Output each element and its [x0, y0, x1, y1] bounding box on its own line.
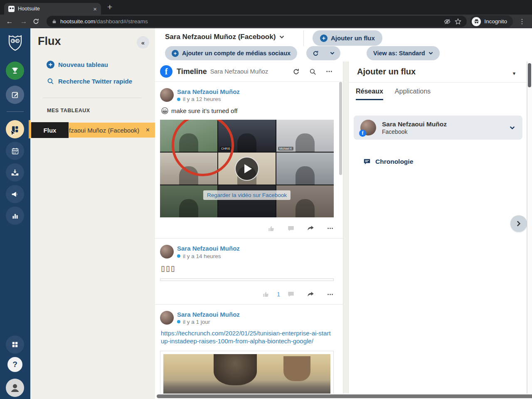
social-account-card[interactable]: f Sara Nefzaoui Muñoz Facebook: [354, 116, 522, 140]
divider: [349, 82, 527, 83]
next-page-button[interactable]: [510, 215, 527, 232]
status-dot: [177, 320, 180, 323]
facebook-timeline-stream: f Timeline Sara Nefzaoui Muñoz: [155, 62, 343, 394]
comment-icon[interactable]: [287, 291, 295, 298]
mouse-cursor: [9, 129, 17, 138]
collapse-add-panel-button[interactable]: ▾: [508, 67, 520, 79]
reload-icon[interactable]: [32, 18, 43, 25]
rail-item-inbox[interactable]: [6, 163, 24, 182]
rail-item-analytics[interactable]: [6, 207, 24, 225]
eye-off-icon[interactable]: [443, 18, 451, 25]
rail-item-help[interactable]: ?: [7, 357, 22, 372]
timeline-bubble-icon: [363, 158, 371, 165]
grinning-emoji-icon: [161, 107, 169, 115]
link-preview-image: [163, 354, 330, 394]
new-board-button[interactable]: Nouveau tableau: [47, 61, 108, 69]
like-icon[interactable]: [268, 225, 275, 232]
browser-tab[interactable]: Hootsuite ×: [4, 3, 101, 15]
profile-avatar-icon: [9, 382, 21, 394]
add-stream-button[interactable]: Ajouter un flux: [313, 30, 382, 46]
post-author-link[interactable]: Sara Nefzaoui Muñoz: [177, 88, 240, 95]
video-player[interactable]: CHRIS Michael K Regarder la vidéo sur Fa…: [160, 120, 334, 217]
add-social-account-button[interactable]: Ajouter un compte de médias sociaux: [165, 46, 297, 60]
board-title-dropdown[interactable]: Sara Nefzaoui Muñoz (Facebook): [165, 33, 284, 41]
refresh-streams-button[interactable]: [306, 46, 340, 60]
forward-icon[interactable]: →: [18, 17, 29, 26]
stream-header: f Timeline Sara Nefzaoui Muñoz: [155, 62, 343, 82]
watch-on-facebook-link[interactable]: Regarder la vidéo sur Facebook: [203, 190, 291, 200]
my-boards-heading: MES TABLEAUX: [47, 108, 90, 113]
stream-subtitle: Sara Nefzaoui Muñoz: [210, 68, 268, 75]
close-board-icon[interactable]: ×: [146, 126, 150, 134]
post-timestamp: il y a 1 jour: [183, 319, 210, 325]
facebook-badge-icon: f: [359, 130, 366, 137]
share-icon[interactable]: [307, 224, 315, 232]
rail-item-profile[interactable]: [6, 379, 24, 397]
browser-tabstrip: Hootsuite × +: [0, 0, 532, 15]
media-placeholder: [160, 278, 334, 281]
browser-menu-icon[interactable]: ⋮: [516, 17, 528, 25]
tab-applications[interactable]: Applications: [395, 88, 431, 100]
quick-twitter-search-button[interactable]: Recherche Twitter rapide: [47, 77, 132, 85]
calendar-icon: [11, 147, 20, 155]
incognito-badge: Incognito: [470, 15, 513, 27]
post-text: ▯▯▯: [161, 264, 176, 273]
rail-item-planner[interactable]: [6, 142, 24, 160]
rail-item-apps[interactable]: [6, 335, 24, 354]
refresh-icon: [312, 50, 319, 57]
main-area: Sara Nefzaoui Muñoz (Facebook) Ajouter u…: [155, 28, 532, 399]
post-author-link[interactable]: Sara Nefzaoui Muñoz: [177, 245, 240, 252]
search-stream-icon[interactable]: [309, 68, 317, 76]
facebook-icon: f: [160, 65, 172, 78]
back-icon[interactable]: ←: [4, 17, 15, 26]
share-icon[interactable]: [307, 291, 315, 298]
post-options-icon[interactable]: [327, 291, 334, 298]
new-tab-button[interactable]: +: [107, 2, 112, 12]
board-content: f Timeline Sara Nefzaoui Muñoz: [155, 62, 532, 394]
address-bar[interactable]: hootsuite.com/dashboard#/streams: [47, 16, 467, 27]
inbox-icon: [10, 168, 20, 177]
post-avatar[interactable]: [160, 245, 174, 259]
quick-search-label: Recherche Twitter rapide: [58, 78, 132, 85]
post: Sara Nefzaoui Muñoz il y a 14 heures ▯▯▯…: [155, 239, 343, 304]
add-panel-tabs: Réseaux Applications: [356, 88, 431, 100]
rail-item-compose[interactable]: [6, 86, 24, 104]
play-button[interactable]: [235, 157, 259, 181]
stream-type-chronologie[interactable]: Chronologie: [363, 158, 413, 165]
bookmark-star-icon[interactable]: [454, 18, 462, 25]
view-as-button[interactable]: View as: Standard: [367, 46, 440, 60]
refresh-stream-icon[interactable]: [292, 68, 300, 76]
post-options-icon[interactable]: [327, 225, 334, 232]
lock-icon: [52, 19, 57, 24]
stream-title: Timeline: [177, 67, 207, 76]
like-count[interactable]: 1: [277, 291, 280, 298]
post-author-link[interactable]: Sara Nefzaoui Muñoz: [177, 311, 240, 318]
chevron-down-icon[interactable]: [510, 126, 515, 130]
nav-rail: ?: [0, 28, 30, 399]
vertical-scrollbar[interactable]: [528, 63, 531, 87]
incognito-icon: [472, 17, 481, 26]
stream-scrollbar[interactable]: [339, 82, 342, 175]
hootsuite-favicon-icon: [8, 6, 15, 12]
stream-options-icon[interactable]: [325, 68, 333, 75]
rail-item-achievements[interactable]: [6, 62, 24, 80]
post-avatar[interactable]: [160, 311, 174, 325]
like-icon[interactable]: [262, 291, 270, 298]
plus-icon: [47, 61, 54, 69]
collapse-panel-button[interactable]: «: [137, 36, 149, 49]
comment-icon[interactable]: [287, 225, 295, 232]
add-stream-panel-title: Ajouter un flux: [357, 67, 416, 76]
post-link[interactable]: https://techcrunch.com/2022/01/25/tunisi…: [161, 329, 334, 345]
rail-item-amplify[interactable]: [6, 185, 24, 203]
post-timestamp: il y a 12 heures: [183, 96, 221, 102]
post-avatar[interactable]: [160, 88, 174, 102]
rail-divider: [7, 111, 24, 112]
horizontal-scrollbar[interactable]: [157, 394, 532, 398]
trophy-icon: [10, 66, 20, 75]
tab-close-icon[interactable]: ×: [93, 6, 97, 12]
browser-toolbar: ← → hootsuite.com/dashboard#/streams: [0, 15, 532, 28]
post-timestamp: il y a 14 heures: [183, 253, 221, 259]
status-dot: [177, 254, 180, 258]
tab-reseaux[interactable]: Réseaux: [356, 88, 383, 100]
link-preview-card[interactable]: [160, 351, 334, 394]
